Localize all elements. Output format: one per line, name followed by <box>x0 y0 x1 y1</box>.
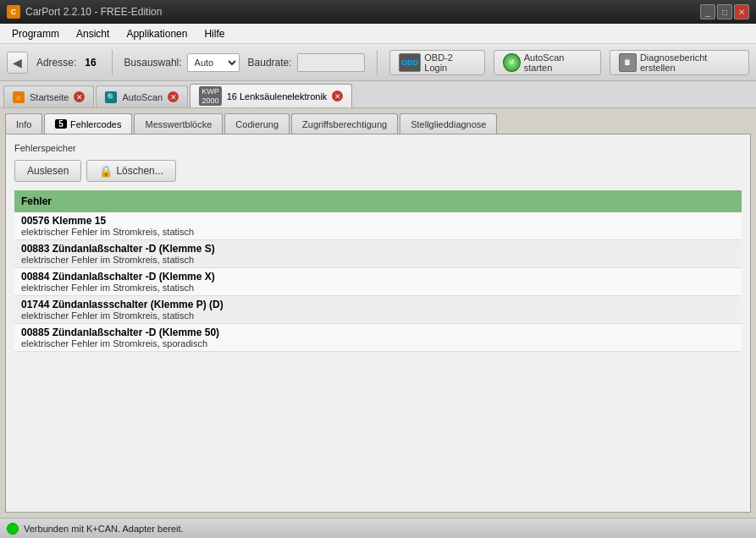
error-cell-4: 00885 Zündanlaßschalter -D (Klemme 50) e… <box>14 324 742 352</box>
tab-codierung-label: Codierung <box>235 119 279 129</box>
table-row[interactable]: 00576 Klemme 15 elektrischer Fehler im S… <box>14 212 742 240</box>
table-row[interactable]: 00883 Zündanlaßschalter -D (Klemme S) el… <box>14 240 742 268</box>
autoscan-tab-icon: 🔍 <box>105 91 117 103</box>
tab-startseite[interactable]: ⌂ Startseite ✕ <box>3 85 94 107</box>
back-button[interactable]: ◀ <box>7 52 28 74</box>
diagnosebericht-label: Diagnosebericht erstellen <box>640 52 740 73</box>
error-header-cell: Fehler <box>14 190 742 212</box>
startseite-tab-label: Startseite <box>30 92 69 102</box>
toolbar: ◀ Adresse: 16 Busauswahl: Auto CAN K-Lin… <box>0 44 756 81</box>
status-text: Verbunden mit K+CAN. Adapter bereit. <box>24 524 184 534</box>
obd-icon: OBD <box>399 53 422 72</box>
obd-login-label: OBD-2 Login <box>424 52 475 73</box>
obd-login-button[interactable]: OBD OBD-2 Login <box>389 50 485 75</box>
error-code-4: 00885 Zündanlaßschalter -D (Klemme 50) <box>21 327 735 338</box>
table-row[interactable]: 01744 Zündanlassschalter (Klemme P) (D) … <box>14 296 742 324</box>
address-group: Adresse: 16 <box>36 57 100 69</box>
startseite-tab-icon: ⌂ <box>13 91 25 103</box>
fehlercodes-badge: 5 <box>55 119 67 129</box>
table-row[interactable]: 00885 Zündanlaßschalter -D (Klemme 50) e… <box>14 324 742 352</box>
loeschen-button[interactable]: 🔒 Löschen... <box>86 160 175 182</box>
error-code-0: 00576 Klemme 15 <box>21 215 735 227</box>
window-controls: _ □ ✕ <box>700 4 749 19</box>
diagnosebericht-button[interactable]: 📋 Diagnosebericht erstellen <box>610 50 749 75</box>
kwp-badge: KWP2000 <box>199 86 222 107</box>
separator-2 <box>377 50 378 75</box>
error-code-3: 01744 Zündanlassschalter (Klemme P) (D) <box>21 299 735 310</box>
baudrate-input[interactable] <box>297 53 365 72</box>
menu-applikationen[interactable]: Applikationen <box>118 26 196 41</box>
close-button[interactable]: ✕ <box>734 4 749 19</box>
autoscan-button[interactable]: ↺ AutoScan starten <box>494 50 601 75</box>
tab-messwertbloecke-label: Messwertblöcke <box>145 119 212 129</box>
tab-messwertbloecke[interactable]: Messwertblöcke <box>134 113 223 134</box>
statusbar: Verbunden mit K+CAN. Adapter bereit. <box>0 518 756 538</box>
kwp2000-tab-close[interactable]: ✕ <box>332 91 343 102</box>
error-code-1: 00883 Zündanlaßschalter -D (Klemme S) <box>21 243 735 255</box>
error-cell-3: 01744 Zündanlassschalter (Klemme P) (D) … <box>14 296 742 324</box>
error-desc-1: elektrischer Fehler im Stromkreis, stati… <box>21 255 735 265</box>
tab-kwp2000[interactable]: KWP2000 16 Lenksäulenelektronik ✕ <box>190 84 352 107</box>
table-row[interactable]: 00884 Zündanlaßschalter -D (Klemme X) el… <box>14 268 742 296</box>
menubar: Programm Ansicht Applikationen Hilfe <box>0 24 756 44</box>
status-indicator <box>7 523 19 535</box>
error-table: Fehler 00576 Klemme 15 elektrischer Fehl… <box>14 190 742 352</box>
tab-fehlercodes-label: Fehlercodes <box>70 119 122 129</box>
inner-tabbar: Info 5 Fehlercodes Messwertblöcke Codier… <box>5 113 751 134</box>
baudrate-group: Baudrate: <box>248 53 365 72</box>
lock-icon: 🔒 <box>99 165 113 178</box>
menu-programm[interactable]: Programm <box>3 26 68 41</box>
content-panel: Fehlerspeicher Auslesen 🔒 Löschen... Feh… <box>5 134 751 513</box>
autoscan-tab-label: AutoScan <box>122 92 163 102</box>
error-table-header: Fehler <box>14 190 742 212</box>
tab-info[interactable]: Info <box>5 113 42 134</box>
error-desc-0: elektrischer Fehler im Stromkreis, stati… <box>21 227 735 237</box>
autoscan-tab-close[interactable]: ✕ <box>168 91 179 102</box>
error-desc-2: elektrischer Fehler im Stromkreis, stati… <box>21 283 735 293</box>
tab-codierung[interactable]: Codierung <box>224 113 290 134</box>
loeschen-label: Löschen... <box>116 165 163 177</box>
tab-info-label: Info <box>16 119 31 129</box>
diagnosebericht-icon: 📋 <box>619 53 637 72</box>
tab-fehlercodes[interactable]: 5 Fehlercodes <box>44 113 132 134</box>
autoscan-label: AutoScan starten <box>524 52 592 73</box>
app-icon: C <box>7 5 20 19</box>
tabbar: ⌂ Startseite ✕ 🔍 AutoScan ✕ KWP2000 16 L… <box>0 81 756 108</box>
busauswahl-label: Busauswahl: <box>124 57 182 69</box>
auslesen-button[interactable]: Auslesen <box>14 160 81 182</box>
menu-ansicht[interactable]: Ansicht <box>68 26 118 41</box>
autoscan-icon: ↺ <box>503 53 521 72</box>
tab-stellglieddiagnose[interactable]: Stellglieddiagnose <box>400 113 497 134</box>
fehlerspeicher-label: Fehlerspeicher <box>14 143 742 153</box>
minimize-button[interactable]: _ <box>700 4 715 19</box>
tab-zugriffsberechtigung-label: Zugriffsberechtigung <box>302 119 387 129</box>
menu-hilfe[interactable]: Hilfe <box>196 26 233 41</box>
error-cell-2: 00884 Zündanlaßschalter -D (Klemme X) el… <box>14 268 742 296</box>
address-label: Adresse: <box>36 57 76 69</box>
address-value: 16 <box>81 57 99 69</box>
tab-stellglieddiagnose-label: Stellglieddiagnose <box>411 119 486 129</box>
fehlerspeicher-buttons: Auslesen 🔒 Löschen... <box>14 160 742 182</box>
baudrate-label: Baudrate: <box>248 57 292 69</box>
tab-zugriffsberechtigung[interactable]: Zugriffsberechtigung <box>291 113 398 134</box>
error-cell-1: 00883 Zündanlaßschalter -D (Klemme S) el… <box>14 240 742 268</box>
busauswahl-group: Busauswahl: Auto CAN K-Line <box>124 53 240 72</box>
app-title: CarPort 2.2.10 - FREE-Edition <box>25 6 700 18</box>
tab-autoscan[interactable]: 🔍 AutoScan ✕ <box>96 85 188 107</box>
error-desc-4: elektrischer Fehler im Stromkreis, spora… <box>21 338 735 349</box>
startseite-tab-close[interactable]: ✕ <box>74 91 85 102</box>
kwp2000-tab-label: 16 Lenksäulenelektronik <box>227 91 328 102</box>
error-code-2: 00884 Zündanlaßschalter -D (Klemme X) <box>21 271 735 283</box>
maximize-button[interactable]: □ <box>717 4 732 19</box>
titlebar: C CarPort 2.2.10 - FREE-Edition _ □ ✕ <box>0 0 756 24</box>
error-cell-0: 00576 Klemme 15 elektrischer Fehler im S… <box>14 212 742 240</box>
busauswahl-select[interactable]: Auto CAN K-Line <box>187 53 240 72</box>
main-content: Info 5 Fehlercodes Messwertblöcke Codier… <box>0 108 756 518</box>
separator-1 <box>112 50 113 75</box>
error-desc-3: elektrischer Fehler im Stromkreis, stati… <box>21 310 735 321</box>
